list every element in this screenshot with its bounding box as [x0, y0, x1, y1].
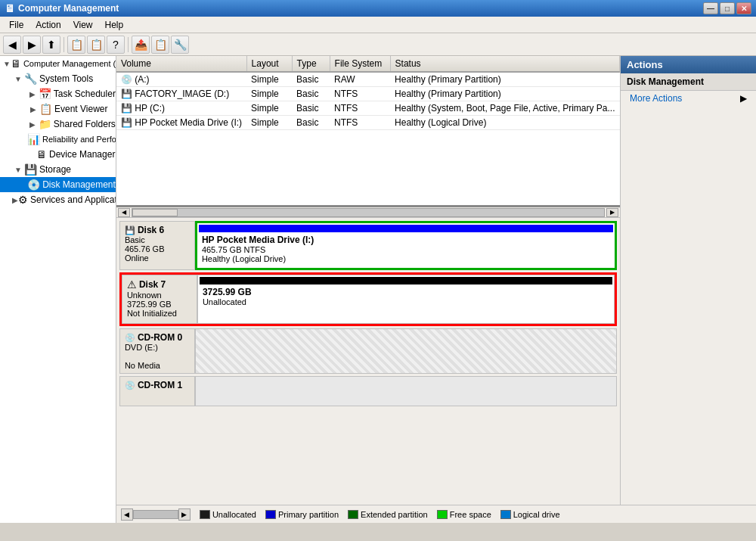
window-controls: — □ ✕: [703, 2, 751, 14]
toolbar-sep-1: [64, 37, 64, 52]
tree-task-scheduler[interactable]: ▶ 📅 Task Scheduler: [0, 86, 116, 101]
toolbar-btn-extra3[interactable]: 🔧: [171, 36, 189, 54]
hscroll-thumb[interactable]: [132, 209, 178, 216]
device-mgr-expander[interactable]: [27, 148, 36, 160]
tree-root[interactable]: ▼ 🖥 Computer Management (Local...: [0, 56, 116, 71]
maximize-button[interactable]: □: [720, 2, 735, 14]
tree-disk-management[interactable]: 💿 Disk Management: [0, 177, 116, 192]
services-apps-icon: ⚙: [18, 194, 28, 206]
toolbar-sep-2: [128, 37, 129, 52]
drive-icon: 💾: [121, 117, 132, 128]
disk6-name: Disk 6: [138, 225, 164, 235]
event-viewer-label: Event Viewer: [54, 104, 107, 114]
disk6-partitions[interactable]: HP Pocket Media Drive (I:) 465.75 GB NTF…: [195, 221, 617, 270]
tree-storage[interactable]: ▼ 💾 Storage: [0, 162, 116, 177]
cdrom0-type: DVD (E:): [125, 343, 190, 352]
right-panel: Volume Layout Type File System Status 💿: [116, 56, 756, 523]
up-button[interactable]: ⬆: [42, 36, 60, 54]
legend-logical: Logical drive: [500, 510, 560, 519]
system-tools-expander[interactable]: ▼: [12, 73, 24, 85]
drive-icon: 💾: [121, 103, 132, 113]
show-hide-console-tree[interactable]: 📋: [67, 36, 85, 54]
cdrom0-wrapper: 💿 CD-ROM 0 DVD (E:) No Media: [119, 328, 617, 374]
legend-unallocated-label: Unallocated: [212, 510, 256, 519]
table-row[interactable]: 💾 HP Pocket Media Drive (I:) Simple Basi…: [116, 116, 620, 130]
tree-system-tools[interactable]: ▼ 🔧 System Tools: [0, 71, 116, 86]
properties-button[interactable]: 📋: [87, 36, 105, 54]
forward-button[interactable]: ▶: [23, 36, 41, 54]
title-bar: 🖥 Computer Management — □ ✕: [0, 0, 756, 17]
tree-services-apps[interactable]: ▶ ⚙ Services and Applications: [0, 192, 116, 207]
status-bar: ◀ ▶ Unallocated Primary partition Extend…: [116, 505, 756, 523]
shared-folders-icon: 📁: [39, 118, 51, 130]
menu-view[interactable]: View: [67, 18, 99, 32]
reliability-icon: 📊: [27, 133, 40, 145]
services-apps-expander[interactable]: ▶: [12, 194, 18, 206]
window-title: Computer Management: [18, 3, 119, 14]
disk7-info: ⚠ Disk 7 Unknown 3725.99 GB Not Initiali…: [122, 275, 197, 324]
tree-reliability[interactable]: 📊 Reliability and Performa...: [0, 132, 116, 147]
tree-device-manager[interactable]: 🖥 Device Manager: [0, 147, 116, 162]
root-expander[interactable]: ▼: [3, 58, 11, 70]
col-filesystem: File System: [330, 56, 390, 72]
left-scroll-btn[interactable]: ◀: [121, 508, 133, 521]
menu-file[interactable]: File: [3, 18, 29, 32]
hscroll-left[interactable]: ◀: [118, 208, 130, 217]
cell-volume: 💾 HP (C:): [116, 101, 246, 116]
task-sched-expander[interactable]: ▶: [27, 88, 39, 100]
actions-header: Actions: [621, 56, 756, 73]
cdrom1-partitions: [195, 376, 617, 406]
legend-primary: Primary partition: [265, 510, 339, 519]
back-button[interactable]: ◀: [3, 36, 21, 54]
tree-event-viewer[interactable]: ▶ 📋 Event Viewer: [0, 101, 116, 117]
app-icon: 🖥: [5, 2, 15, 14]
services-apps-label: Services and Applications: [30, 194, 116, 205]
disk7-status: Not Initialized: [127, 309, 192, 318]
disk7-header-bar: [200, 277, 612, 284]
right-scroll-btn[interactable]: ▶: [178, 508, 191, 521]
disk6-part-size: 465.75 GB NTFS: [202, 245, 610, 254]
table-scrollbar[interactable]: ◀ ▶: [116, 207, 620, 218]
storage-expander[interactable]: ▼: [12, 163, 24, 176]
table-row[interactable]: 💿 (A:) Simple Basic RAW Healthy (Primary…: [116, 72, 620, 87]
cdrom0-partitions: [195, 328, 617, 374]
disk-management-label: Disk Management: [42, 179, 116, 190]
device-mgr-icon: 🖥: [36, 148, 47, 160]
task-sched-icon: 📅: [39, 88, 51, 100]
disk6-type: Basic: [125, 235, 190, 244]
more-actions-arrow: ▶: [740, 93, 747, 104]
hscroll-track[interactable]: [132, 208, 605, 217]
left-panel: ▼ 🖥 Computer Management (Local... ▼ 🔧 Sy…: [0, 56, 116, 523]
disk6-header-bar: [199, 225, 613, 232]
storage-label: Storage: [39, 164, 71, 175]
event-viewer-expander[interactable]: ▶: [27, 103, 39, 115]
tree-shared-folders[interactable]: ▶ 📁 Shared Folders: [0, 117, 116, 132]
main-container: ▼ 🖥 Computer Management (Local... ▼ 🔧 Sy…: [0, 56, 756, 523]
system-tools-label: System Tools: [39, 73, 93, 84]
system-tools-icon: 🔧: [24, 73, 37, 85]
volume-table-area: Volume Layout Type File System Status 💿: [116, 56, 620, 207]
menu-help[interactable]: Help: [99, 18, 130, 32]
legend-primary-box: [265, 510, 276, 519]
shared-folders-expander[interactable]: ▶: [27, 118, 39, 130]
disk7-wrapper: ⚠ Disk 7 Unknown 3725.99 GB Not Initiali…: [119, 272, 617, 326]
scroll-track[interactable]: [133, 510, 178, 519]
more-actions-link[interactable]: More Actions: [630, 93, 682, 104]
cdrom0-status: No Media: [125, 361, 190, 370]
event-viewer-icon: 📋: [39, 103, 52, 115]
toolbar-btn-extra2[interactable]: 📋: [151, 36, 169, 54]
cdrom1-wrapper: 💿 CD-ROM 1: [119, 376, 617, 406]
hscroll-right[interactable]: ▶: [606, 208, 618, 217]
cdrom1-info: 💿 CD-ROM 1: [119, 376, 195, 406]
menu-action[interactable]: Action: [29, 18, 67, 32]
action-more-actions[interactable]: More Actions ▶: [621, 91, 756, 106]
toolbar-btn-extra1[interactable]: 📤: [132, 36, 150, 54]
close-button[interactable]: ✕: [736, 2, 751, 14]
table-row[interactable]: 💾 HP (C:) Simple Basic NTFS Healthy (Sys…: [116, 101, 620, 116]
bottom-scroll-left[interactable]: ◀ ▶: [121, 508, 191, 521]
disk7-partitions[interactable]: 3725.99 GB Unallocated: [197, 275, 615, 324]
help-button[interactable]: ?: [107, 36, 125, 54]
table-row[interactable]: 💾 FACTORY_IMAGE (D:) Simple Basic NTFS H…: [116, 87, 620, 101]
legend-unallocated: Unallocated: [200, 510, 256, 519]
minimize-button[interactable]: —: [703, 2, 718, 14]
